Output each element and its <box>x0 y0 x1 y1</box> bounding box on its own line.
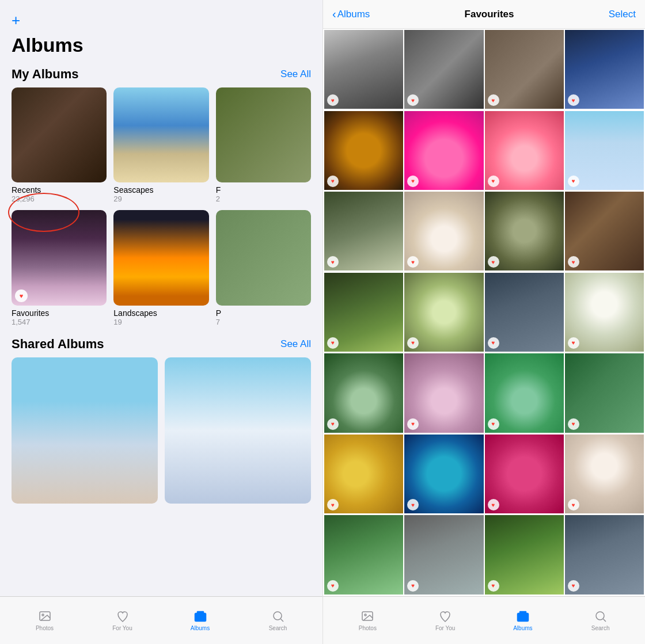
album-p[interactable]: P 7 <box>216 210 311 326</box>
heart-icon-17: ♥ <box>327 418 339 430</box>
svg-rect-9 <box>519 611 526 613</box>
right-photos-icon <box>361 609 374 623</box>
photo-15[interactable]: ♥ <box>485 273 564 352</box>
favourites-nav: ‹ Albums Favourites Select <box>323 0 645 29</box>
my-albums-grid: Recents 23,296 Seascapes 29 F 2 ♥ Favour… <box>0 87 322 326</box>
favourites-grid: ♥ ♥ ♥ ♥ ♥ ♥ ♥ ♥ ♥ ♥ ♥ ♥ ♥ ♥ ♥ ♥ ♥ ♥ ♥ ♥ … <box>323 29 645 596</box>
heart-icon-7: ♥ <box>488 176 499 187</box>
photo-24[interactable]: ♥ <box>565 435 644 513</box>
right-tab-photos[interactable]: Photos <box>329 609 407 631</box>
heart-icon-28: ♥ <box>568 580 579 592</box>
album-favourites[interactable]: ♥ Favourites 1,547 <box>12 210 107 326</box>
album-landscapes-count: 19 <box>113 318 208 326</box>
left-tab-albums[interactable]: Albums <box>161 609 239 631</box>
left-tab-search[interactable]: Search <box>239 609 317 631</box>
svg-point-10 <box>596 612 604 620</box>
right-tab-search[interactable]: Search <box>561 609 639 631</box>
page-title: Albums <box>12 34 311 56</box>
album-favourites-name: Favourites <box>12 308 107 318</box>
photo-27[interactable]: ♥ <box>485 515 564 594</box>
photo-12[interactable]: ♥ <box>565 192 644 270</box>
heart-icon-26: ♥ <box>407 580 419 592</box>
album-recents-name: Recents <box>12 185 107 195</box>
heart-icon: ♥ <box>15 289 28 302</box>
photo-9[interactable]: ♥ <box>324 192 403 270</box>
photo-19[interactable]: ♥ <box>485 353 564 432</box>
photo-25[interactable]: ♥ <box>324 515 403 594</box>
photo-28[interactable]: ♥ <box>565 515 644 594</box>
album-seascapes[interactable]: Seascapes 29 <box>113 87 208 203</box>
photo-14[interactable]: ♥ <box>404 273 483 352</box>
heart-icon-24: ♥ <box>568 499 579 510</box>
left-tab-albums-label: Albums <box>191 625 210 631</box>
add-button[interactable]: + <box>12 12 311 29</box>
photo-3[interactable]: ♥ <box>485 30 564 109</box>
svg-rect-2 <box>195 613 206 622</box>
photo-7[interactable]: ♥ <box>485 111 564 190</box>
heart-icon-18: ♥ <box>407 418 419 430</box>
right-for-you-icon <box>438 609 452 623</box>
right-tab-for-you[interactable]: For You <box>407 609 484 631</box>
photo-6[interactable]: ♥ <box>404 111 483 190</box>
heart-icon-3: ♥ <box>488 94 499 106</box>
my-albums-header: My Albums See All <box>0 56 322 87</box>
album-recents[interactable]: Recents 23,296 <box>12 87 107 203</box>
photo-16[interactable]: ♥ <box>565 273 644 352</box>
svg-point-7 <box>365 614 366 616</box>
heart-icon-13: ♥ <box>327 337 339 349</box>
photo-13[interactable]: ♥ <box>324 273 403 352</box>
svg-rect-8 <box>517 613 529 622</box>
album-f-thumb <box>216 87 311 182</box>
album-seascapes-name: Seascapes <box>113 185 208 195</box>
album-p-name: P <box>216 308 311 318</box>
back-label: Albums <box>337 9 370 20</box>
left-tab-photos[interactable]: Photos <box>6 609 84 631</box>
photo-21[interactable]: ♥ <box>324 435 403 513</box>
svg-line-5 <box>280 619 283 622</box>
photo-5[interactable]: ♥ <box>324 111 403 190</box>
photo-8[interactable]: ♥ <box>565 111 644 190</box>
left-tab-photos-label: Photos <box>36 625 54 631</box>
left-tab-for-you[interactable]: For You <box>84 609 161 631</box>
photos-icon <box>38 609 52 623</box>
photo-18[interactable]: ♥ <box>404 353 483 432</box>
svg-point-1 <box>42 614 44 616</box>
album-landscapes[interactable]: Landscapes 19 <box>113 210 208 326</box>
heart-icon-25: ♥ <box>327 580 339 592</box>
heart-icon-1: ♥ <box>327 94 339 106</box>
album-favourites-thumb: ♥ <box>12 210 107 305</box>
svg-rect-3 <box>197 611 204 613</box>
photo-17[interactable]: ♥ <box>324 353 403 432</box>
heart-icon-15: ♥ <box>488 337 499 349</box>
left-panel: + Albums My Albums See All Recents 23,29… <box>0 0 322 644</box>
heart-icon-12: ♥ <box>568 256 579 268</box>
shared-album-1[interactable] <box>12 357 158 504</box>
shared-album-2[interactable] <box>165 357 311 504</box>
photo-20[interactable]: ♥ <box>565 353 644 432</box>
photo-1[interactable]: ♥ <box>324 30 403 109</box>
heart-icon-10: ♥ <box>407 256 419 268</box>
photo-11[interactable]: ♥ <box>485 192 564 270</box>
shared-albums-title: Shared Albums <box>12 337 104 352</box>
photo-4[interactable]: ♥ <box>565 30 644 109</box>
shared-albums-see-all[interactable]: See All <box>280 338 311 350</box>
svg-line-11 <box>603 619 606 622</box>
heart-icon-14: ♥ <box>407 337 419 349</box>
photo-22[interactable]: ♥ <box>404 435 483 513</box>
select-button[interactable]: Select <box>609 9 636 20</box>
photo-10[interactable]: ♥ <box>404 192 483 270</box>
photo-2[interactable]: ♥ <box>404 30 483 109</box>
right-tab-albums[interactable]: Albums <box>484 609 562 631</box>
search-icon <box>271 609 285 623</box>
photo-26[interactable]: ♥ <box>404 515 483 594</box>
my-albums-see-all[interactable]: See All <box>280 68 311 80</box>
album-f[interactable]: F 2 <box>216 87 311 203</box>
right-albums-icon <box>516 609 530 623</box>
heart-icon-20: ♥ <box>568 418 579 430</box>
back-button[interactable]: ‹ Albums <box>332 7 370 21</box>
photo-23[interactable]: ♥ <box>485 435 564 513</box>
album-landscapes-name: Landscapes <box>113 308 208 318</box>
heart-icon-4: ♥ <box>568 94 579 106</box>
shared-album-2-thumb <box>165 357 311 504</box>
heart-icon-6: ♥ <box>407 176 419 187</box>
